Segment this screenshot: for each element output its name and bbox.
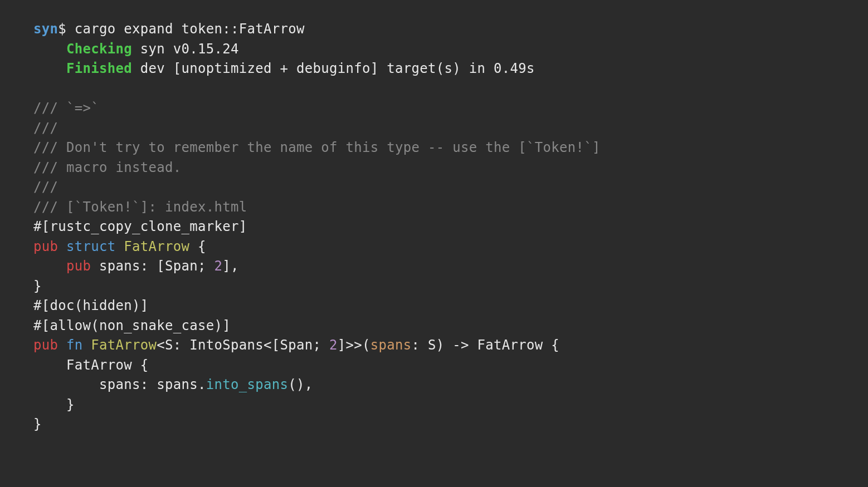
doc-comment-line: /// `=>`: [33, 100, 99, 116]
brace: }: [33, 278, 42, 294]
fn-name: FatArrow: [91, 337, 157, 353]
method-call: into_spans: [206, 377, 289, 392]
prompt-cwd: syn: [33, 21, 58, 37]
terminal-output: syn$ cargo expand token::FatArrow Checki…: [33, 19, 835, 435]
command-text: cargo expand token::FatArrow: [75, 21, 305, 37]
cargo-finished-label: Finished: [66, 61, 132, 76]
number-literal: 2: [329, 337, 338, 353]
fn-body-line: FatArrow {: [66, 357, 149, 373]
cargo-finished-text: dev [unoptimized + debuginfo] target(s) …: [132, 61, 535, 76]
fn-body-line: spans: spans.: [99, 377, 206, 392]
param-name: spans: [370, 337, 412, 353]
brace: }: [33, 416, 42, 432]
keyword-pub: pub: [33, 239, 58, 254]
doc-comment-line: /// [`Token!`]: index.html: [33, 199, 247, 215]
doc-comment-line: ///: [33, 120, 58, 136]
doc-comment-line: /// macro instead.: [33, 160, 182, 175]
keyword-pub: pub: [33, 337, 58, 353]
generics: <S: IntoSpans<[Span;: [157, 337, 329, 353]
attribute: #[doc(hidden)]: [33, 298, 149, 313]
field-decl: spans: [Span;: [91, 258, 214, 274]
cargo-checking-text: syn v0.15.24: [132, 41, 239, 57]
keyword-struct: struct: [66, 239, 116, 254]
brace: }: [66, 397, 75, 412]
attribute: #[rustc_copy_clone_marker]: [33, 219, 247, 234]
cargo-checking-label: Checking: [66, 41, 132, 57]
fn-signature-rest: : S) -> FatArrow {: [411, 337, 559, 353]
number-literal: 2: [214, 258, 223, 274]
attribute: #[allow(non_snake_case)]: [33, 318, 231, 333]
doc-comment-line: /// Don't try to remember the name of th…: [33, 140, 601, 155]
doc-comment-line: ///: [33, 179, 58, 195]
prompt-dollar: $: [58, 21, 75, 37]
brace: {: [198, 239, 206, 254]
struct-name: FatArrow: [124, 239, 189, 254]
keyword-pub: pub: [66, 258, 91, 274]
keyword-fn: fn: [66, 337, 83, 353]
